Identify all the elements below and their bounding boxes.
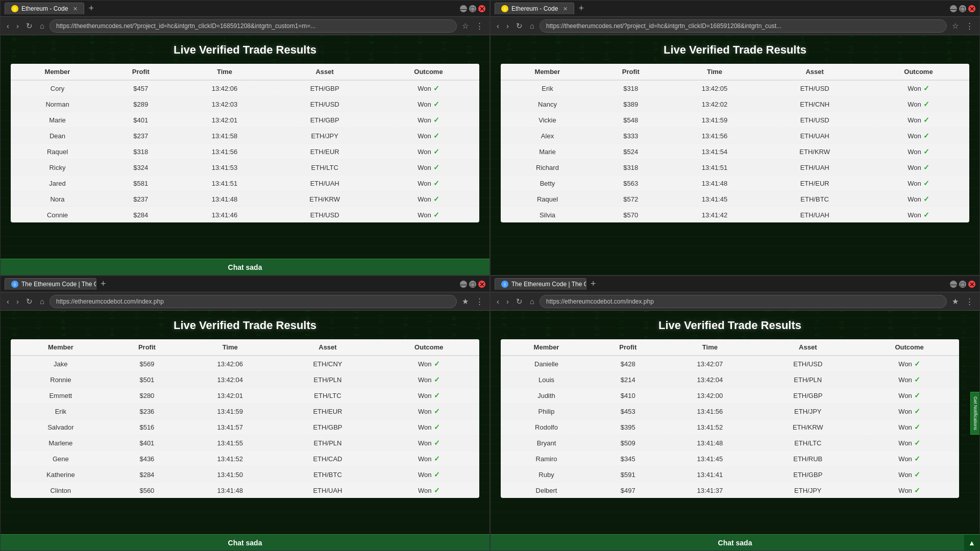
tab-tr[interactable]: ⟠ Ethereum - Code ✕ — [495, 3, 574, 14]
asset-cell: ETH/GBP — [272, 80, 377, 96]
profit-cell: $401 — [104, 112, 178, 128]
outcome-cell: Won ✓ — [378, 191, 479, 207]
nav-back-bl[interactable]: ‹ — [5, 296, 11, 307]
nav-forward-br[interactable]: › — [504, 296, 511, 307]
win-min-bl[interactable]: — — [460, 281, 467, 288]
table-row: Nora$23713:41:48ETH/KRWWon ✓ — [11, 191, 479, 207]
checkmark-icon: ✓ — [923, 163, 929, 171]
checkmark-icon: ✓ — [433, 195, 439, 203]
nav-home-tr[interactable]: ⌂ — [528, 20, 536, 31]
table-row: Jared$58113:41:51ETH/UAHWon ✓ — [11, 176, 479, 191]
win-close-bl[interactable]: ✕ — [478, 281, 485, 288]
checkmark-icon: ✓ — [434, 455, 440, 463]
tab-close-tr[interactable]: ✕ — [563, 6, 568, 12]
win-close-tl[interactable]: ✕ — [478, 5, 485, 12]
chat-bar-bl[interactable]: Chat sada — [1, 534, 489, 550]
nav-menu-tr[interactable]: ⋮ — [964, 20, 975, 32]
nav-menu-br[interactable]: ⋮ — [964, 296, 975, 307]
win-min-br[interactable]: — — [950, 281, 957, 288]
nav-home-br[interactable]: ⌂ — [528, 296, 536, 307]
time-cell: 13:41:48 — [178, 191, 272, 207]
notification-sidebar[interactable]: Get Notifications — [970, 392, 980, 435]
outcome-cell: Won ✓ — [860, 356, 959, 372]
chat-bar-tl[interactable]: Chat sada — [1, 259, 489, 275]
tab-label-tr: Ethereum - Code — [511, 5, 558, 12]
checkmark-icon: ✓ — [433, 211, 439, 219]
tab-tl[interactable]: ⟠ Ethereum - Code ✕ — [5, 3, 84, 14]
col-member-bl: Member — [11, 339, 111, 356]
time-cell: 13:41:58 — [178, 128, 272, 144]
nav-refresh-br[interactable]: ↻ — [514, 296, 525, 307]
outcome-won: Won ✓ — [866, 375, 953, 384]
nav-refresh-tl[interactable]: ↻ — [24, 20, 35, 32]
nav-back-tr[interactable]: ‹ — [495, 20, 501, 31]
outcome-won: Won ✓ — [866, 360, 953, 368]
nav-menu-bl[interactable]: ⋮ — [474, 296, 485, 307]
chat-expand-btn[interactable]: ▲ — [964, 535, 979, 550]
nav-back-br[interactable]: ‹ — [495, 296, 501, 307]
outcome-cell: Won ✓ — [379, 419, 479, 435]
time-cell: 13:41:50 — [183, 467, 277, 483]
nav-star-tl[interactable]: ☆ — [460, 20, 471, 32]
outcome-cell: Won ✓ — [378, 112, 479, 128]
nav-back-tl[interactable]: ‹ — [5, 20, 11, 31]
titlebar-tr: ⟠ Ethereum - Code ✕ + — □ ✕ — [491, 1, 979, 17]
time-cell: 13:41:45 — [664, 451, 756, 467]
nav-refresh-bl[interactable]: ↻ — [24, 296, 35, 307]
col-time-tr: Time — [668, 64, 762, 80]
table-row: Jake$56913:42:06ETH/CNYWon ✓ — [11, 356, 479, 372]
nav-refresh-tr[interactable]: ↻ — [514, 20, 525, 32]
tab-bl[interactable]: ⟠ The Ethereum Code | The Offici... ✕ — [5, 278, 96, 290]
tab-label-bl: The Ethereum Code | The Offici... — [21, 281, 96, 288]
new-tab-tl[interactable]: + — [88, 3, 94, 14]
win-max-tl[interactable]: □ — [469, 5, 476, 12]
window-top-right: 1 0 ア 1 0 イ 1 ウ 0 エ 1 ア 0 1 イ 0 ウ 1 エ 0 … — [490, 0, 980, 276]
time-cell: 13:41:55 — [183, 435, 277, 451]
nav-forward-bl[interactable]: › — [14, 296, 21, 307]
col-time-tl: Time — [178, 64, 272, 80]
win-close-br[interactable]: ✕ — [968, 281, 975, 288]
nav-star-bl[interactable]: ★ — [460, 296, 471, 307]
win-min-tl[interactable]: — — [460, 5, 467, 12]
outcome-won: Won ✓ — [385, 439, 473, 447]
win-close-tr[interactable]: ✕ — [968, 5, 975, 12]
table-row: Emmett$28013:42:01ETH/LTCWon ✓ — [11, 388, 479, 404]
nav-home-tl[interactable]: ⌂ — [38, 20, 46, 31]
nav-home-bl[interactable]: ⌂ — [38, 296, 46, 307]
new-tab-bl[interactable]: + — [101, 279, 106, 289]
checkmark-icon: ✓ — [914, 407, 920, 415]
outcome-cell: Won ✓ — [868, 176, 969, 191]
nav-forward-tl[interactable]: › — [14, 20, 21, 31]
member-cell: Dean — [11, 128, 104, 144]
url-bar-bl[interactable]: https://ethereumcodebot.com/index.php — [50, 295, 457, 308]
url-bar-tl[interactable]: https://theetherumcodes.net/?project_id=… — [50, 19, 457, 33]
tab-close-tl[interactable]: ✕ — [73, 6, 78, 12]
win-min-tr[interactable]: — — [950, 5, 957, 12]
new-tab-tr[interactable]: + — [578, 3, 584, 14]
win-max-br[interactable]: □ — [959, 281, 966, 288]
chat-bar-br[interactable]: Chat sada ▲ — [491, 534, 979, 550]
checkmark-icon: ✓ — [923, 195, 929, 203]
win-max-bl[interactable]: □ — [469, 281, 476, 288]
asset-cell: ETH/EUR — [272, 144, 377, 160]
time-cell: 13:42:07 — [664, 356, 756, 372]
member-cell: Erik — [11, 404, 111, 419]
url-bar-tr[interactable]: https://theetherumcodes.net/?project_id=… — [540, 19, 947, 33]
tab-br[interactable]: ⟠ The Ethereum Code | The Offici... ✕ — [495, 278, 586, 290]
time-cell: 13:41:56 — [178, 144, 272, 160]
outcome-won: Won ✓ — [874, 116, 963, 124]
nav-star-br[interactable]: ★ — [950, 296, 961, 307]
nav-forward-tr[interactable]: › — [504, 20, 511, 31]
asset-cell: ETH/EUR — [762, 176, 867, 191]
time-cell: 13:42:05 — [668, 80, 762, 96]
win-max-tr[interactable]: □ — [959, 5, 966, 12]
checkmark-icon: ✓ — [433, 84, 439, 92]
url-bar-br[interactable]: https://ethereumcodebot.com/index.php — [540, 295, 947, 308]
asset-cell: ETH/PLN — [277, 435, 378, 451]
outcome-won: Won ✓ — [385, 423, 473, 431]
nav-menu-tl[interactable]: ⋮ — [474, 20, 485, 32]
new-tab-br[interactable]: + — [591, 279, 596, 289]
time-cell: 13:42:01 — [183, 388, 277, 404]
nav-star-tr[interactable]: ☆ — [950, 20, 961, 32]
outcome-won: Won ✓ — [866, 455, 953, 463]
